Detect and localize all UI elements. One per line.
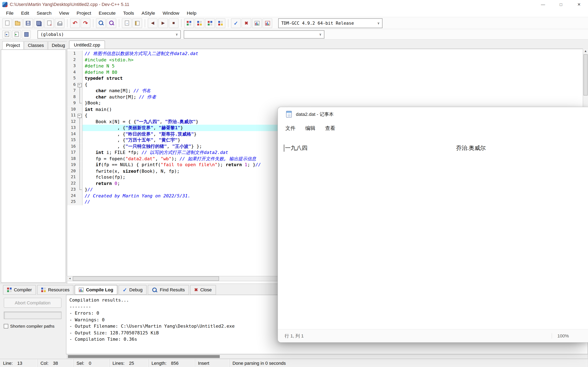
project-panel-content[interactable]: [1, 49, 66, 283]
bottom-tab-close[interactable]: ✖Close: [190, 285, 216, 295]
bottom-tab-compile-log[interactable]: Compile Log: [75, 285, 117, 295]
close-button[interactable]: ✕: [570, 0, 588, 9]
new-file-button[interactable]: [2, 18, 12, 28]
report-window-button[interactable]: [195, 18, 204, 28]
menu-execute[interactable]: Execute: [95, 9, 120, 17]
floating-report-button[interactable]: [216, 18, 225, 28]
line-number: 20: [67, 168, 77, 174]
menu-window[interactable]: Window: [159, 9, 183, 17]
scroll-up-icon[interactable]: ▲: [583, 49, 588, 54]
print-button[interactable]: [55, 18, 65, 28]
find-button[interactable]: [96, 18, 106, 28]
menu-tools[interactable]: Tools: [120, 9, 138, 17]
notepad-menu-编辑[interactable]: 编辑: [301, 123, 320, 134]
profile-icon: [254, 21, 259, 25]
bottom-tab-compiler[interactable]: Compiler: [3, 285, 36, 295]
profile-button[interactable]: [252, 18, 262, 28]
bookmarks-button[interactable]: [132, 18, 142, 28]
bottom-tab-find-results[interactable]: Find Results: [148, 285, 189, 295]
menu-help[interactable]: Help: [183, 9, 200, 17]
text-caret: [284, 145, 284, 152]
menu-file[interactable]: File: [2, 9, 17, 17]
close-file-icon: [47, 21, 51, 25]
code-line-7[interactable]: 7 char name[M]; // 书名: [67, 88, 588, 94]
globals-select[interactable]: (globals) ∨: [38, 30, 181, 39]
class-browser-button[interactable]: [22, 30, 31, 38]
devcpp-main-toolbar: ↶↷◀▶■✓✖ TDM-GCC 4.9.2 64-bit Release ∨: [0, 17, 588, 29]
menu-view[interactable]: View: [55, 9, 73, 17]
log-horizontal-scrollbar[interactable]: [67, 354, 588, 359]
syntax-check-button[interactable]: ✓: [231, 18, 241, 28]
save-all-button[interactable]: [34, 18, 43, 28]
goto-declaration-button[interactable]: [2, 30, 11, 38]
save-icon: [26, 21, 30, 25]
code-line-9[interactable]: 9}Book;: [67, 100, 588, 106]
fold-gutter: [77, 156, 83, 162]
nav-stop-button[interactable]: ■: [169, 18, 179, 28]
goto-declaration-icon: [5, 32, 9, 37]
scrollbar-thumb[interactable]: [68, 355, 220, 358]
shorten-paths-checkbox[interactable]: [4, 324, 8, 328]
code-line-8[interactable]: 8 char author[M]; // 作者: [67, 94, 588, 100]
nav-forward-button[interactable]: ▶: [158, 18, 168, 28]
compiler-select[interactable]: TDM-GCC 4.9.2 64-bit Release ∨: [278, 18, 383, 28]
notepad-menu-查看[interactable]: 查看: [320, 123, 340, 134]
fold-gutter: [77, 63, 83, 69]
fold-toggle-icon[interactable]: [77, 81, 83, 87]
code-line-4[interactable]: 4#define M 80: [67, 69, 588, 75]
left-tab-project[interactable]: Project: [2, 41, 24, 49]
menu-project[interactable]: Project: [73, 9, 95, 17]
line-number: 3: [67, 63, 77, 69]
open-file-icon: [15, 22, 20, 25]
bottom-tab-resources[interactable]: Resources: [37, 285, 74, 295]
scrollbar-thumb[interactable]: [73, 276, 219, 281]
print-icon: [57, 22, 62, 25]
line-number: 21: [67, 174, 77, 180]
bottom-tab-label: Compile Log: [86, 287, 113, 292]
left-tab-classes[interactable]: Classes: [24, 41, 48, 49]
code-line-3[interactable]: 3#define N 5: [67, 63, 588, 69]
abort-compile-button[interactable]: ✖: [242, 18, 251, 28]
scrollbar-thumb[interactable]: [584, 54, 588, 95]
minimize-button[interactable]: —: [534, 0, 552, 9]
replace-button[interactable]: [107, 18, 116, 28]
close-file-button[interactable]: [44, 18, 54, 28]
code-line-2[interactable]: 2#include <stdio.h>: [67, 57, 588, 63]
scroll-left-icon[interactable]: ◂: [67, 276, 72, 281]
bottom-tab-debug[interactable]: ✓Debug: [118, 285, 147, 295]
goto-definition-button[interactable]: [12, 30, 21, 38]
code-line-6[interactable]: 6{: [67, 81, 588, 87]
abort-compilation-button[interactable]: Abort Compilation: [4, 298, 61, 308]
nav-back-button[interactable]: ◀: [148, 18, 158, 28]
find-icon: [152, 287, 158, 293]
code-text: typedef struct: [82, 75, 588, 81]
line-number: 18: [67, 156, 77, 162]
undo-button[interactable]: ↶: [70, 18, 80, 28]
redo-button[interactable]: ↷: [81, 18, 90, 28]
save-button[interactable]: [23, 18, 33, 28]
profiling-log-button[interactable]: [263, 18, 272, 28]
menu-edit[interactable]: Edit: [17, 9, 33, 17]
goto-line-button[interactable]: [122, 18, 132, 28]
xred-icon: ✖: [194, 288, 198, 292]
fold-toggle-icon[interactable]: [77, 112, 83, 118]
maximize-button[interactable]: □: [552, 0, 570, 9]
menu-search[interactable]: Search: [33, 9, 55, 17]
code-text: // 将图书信息以数据块方式写入二进制文件data2.dat: [82, 50, 588, 57]
floating-project-button[interactable]: [205, 18, 215, 28]
menu-astyle[interactable]: AStyle: [138, 9, 159, 17]
code-line-5[interactable]: 5typedef struct: [67, 75, 588, 81]
tab-untitled2-cpp[interactable]: Untitled2.cpp: [69, 40, 105, 49]
notepad-menu-文件[interactable]: 文件: [281, 123, 300, 134]
line-number: 9: [67, 100, 77, 106]
status-length: Length:856: [148, 359, 195, 367]
left-tab-debug[interactable]: Debug: [48, 41, 69, 49]
status-col: Col:38: [38, 359, 73, 367]
fold-gutter: [77, 100, 83, 106]
open-file-button[interactable]: [13, 18, 22, 28]
project-manager-button[interactable]: [184, 18, 194, 28]
code-line-1[interactable]: 1// 将图书信息以数据块方式写入二进制文件data2.dat: [67, 50, 588, 57]
members-select[interactable]: ∨: [184, 30, 324, 39]
fold-gutter: [77, 94, 83, 100]
notepad-text-area[interactable]: 一九八四 乔治.奥威尔: [278, 136, 588, 330]
